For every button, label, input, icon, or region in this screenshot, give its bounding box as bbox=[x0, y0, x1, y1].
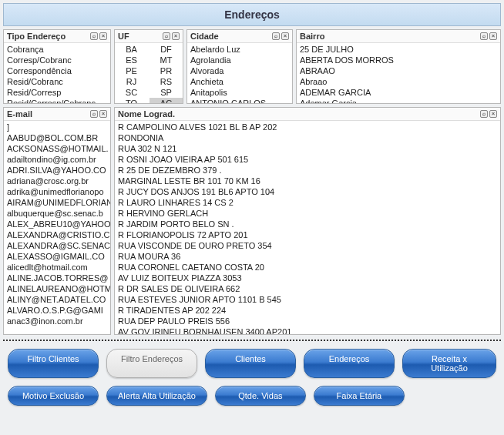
list-item[interactable]: ANTONIO CARLOS bbox=[187, 98, 292, 103]
list-item[interactable]: RUA VISCONDE DE OURO PRETO 354 bbox=[115, 240, 500, 251]
list-item[interactable]: R TIRADENTES AP 202 224 bbox=[115, 305, 500, 316]
list-item[interactable]: Corresp/Cobranc bbox=[4, 55, 110, 65]
list-item[interactable]: ALINY@NET.ADATEL.CO bbox=[4, 294, 110, 305]
tipo-endereco-list[interactable]: CobrançaCorresp/CobrancCorrespondênciaRe… bbox=[4, 43, 110, 103]
clientes-button[interactable]: Clientes bbox=[205, 349, 296, 378]
list-item[interactable]: Correspondência bbox=[4, 65, 110, 76]
list-item[interactable]: Anchieta bbox=[187, 76, 292, 87]
list-item[interactable]: R LAURO LINHARES 14 CS 2 bbox=[115, 197, 500, 208]
close-icon[interactable]: × bbox=[99, 32, 107, 40]
list-item[interactable]: PE bbox=[115, 65, 148, 76]
list-item[interactable]: ALINE.JACOB.TORRES@ bbox=[4, 273, 110, 283]
qtde-vidas-button[interactable]: Qtde. Vidas bbox=[215, 386, 306, 406]
list-item[interactable]: RJ bbox=[115, 76, 148, 87]
list-item[interactable]: Resid/Corresp bbox=[4, 87, 110, 98]
list-item[interactable]: BA bbox=[115, 44, 148, 55]
list-item[interactable]: Alvorada bbox=[187, 65, 292, 76]
list-item[interactable]: PR bbox=[150, 65, 183, 76]
faixa-et-ria-button[interactable]: Faixa Etária bbox=[314, 386, 405, 406]
list-item[interactable]: MARGINAL LESTE BR 101 70 KM 16 bbox=[115, 176, 500, 186]
list-item[interactable]: R HERVINO GERLACH bbox=[115, 208, 500, 219]
filtro-clientes-button[interactable]: Filtro Clientes bbox=[8, 349, 99, 378]
list-item[interactable]: R 25 DE DEZEMBRO 379 . bbox=[115, 165, 500, 176]
list-item[interactable]: AIRAM@UNIMEDFLORIAN bbox=[4, 197, 110, 208]
list-item[interactable]: ALEXANDRA@SC.SENAC bbox=[4, 240, 110, 251]
list-item[interactable]: ALINELAUREANO@HOTM bbox=[4, 283, 110, 294]
list-item[interactable]: AV LUIZ BOITEUX PIAZZA 3053 bbox=[115, 273, 500, 283]
close-icon[interactable]: × bbox=[281, 32, 289, 40]
panel-controls: ⌕ × bbox=[90, 110, 107, 118]
list-item[interactable]: RS bbox=[150, 76, 183, 87]
list-item[interactable]: adriana@crosc.org.br bbox=[4, 176, 110, 186]
list-item[interactable]: ALVARO.O.S.P.G@GAMI bbox=[4, 305, 110, 316]
list-item[interactable]: R JARDIM PORTO BELO SN . bbox=[115, 219, 500, 229]
close-icon[interactable]: × bbox=[172, 32, 180, 40]
filtro-endere-os-button[interactable]: Filtro Endereços bbox=[106, 349, 197, 378]
search-icon[interactable]: ⌕ bbox=[163, 32, 170, 40]
list-item[interactable]: ADEMAR GARCIA bbox=[297, 87, 500, 98]
list-item[interactable]: R JUCY DOS ANJOS 191 BL6 APTO 104 bbox=[115, 186, 500, 197]
bairro-list[interactable]: 25 DE JULHOABERTA DOS MORROSABRAAOAbraao… bbox=[297, 43, 500, 103]
list-item[interactable]: alicedlt@hotmail.com bbox=[4, 262, 110, 273]
list-item[interactable]: RUA DEP PAULO PREIS 556 bbox=[115, 316, 500, 326]
list-item[interactable]: ADRI.SILVA@YAHOO.CO bbox=[4, 165, 110, 176]
email-title: E-mail bbox=[7, 109, 32, 119]
list-item[interactable]: Resid/Cobranc bbox=[4, 76, 110, 87]
list-item[interactable]: SP bbox=[150, 87, 183, 98]
list-item[interactable]: Anitapolis bbox=[187, 87, 292, 98]
list-item[interactable]: Cobrança bbox=[4, 44, 110, 55]
list-item[interactable]: TO bbox=[115, 98, 148, 103]
list-item[interactable]: AC bbox=[150, 98, 183, 103]
list-item[interactable]: albuquerque@sc.senac.b bbox=[4, 208, 110, 219]
list-item[interactable]: ALEXASSO@IGMAIL.CO bbox=[4, 251, 110, 262]
list-item[interactable]: DF bbox=[150, 44, 183, 55]
list-item[interactable]: R DR SALES DE OLIVEIRA 662 bbox=[115, 283, 500, 294]
receita-x-utiliza-o-button[interactable]: Receita x Utilização bbox=[402, 349, 496, 378]
list-item[interactable]: ABERTA DOS MORROS bbox=[297, 55, 500, 65]
list-item[interactable]: ES bbox=[115, 55, 148, 65]
cidade-list[interactable]: Abelardo LuzAgrolandiaAlvoradaAnchietaAn… bbox=[187, 43, 292, 103]
list-item[interactable]: RUA ESTEVES JUNIOR APTO 1101 B 545 bbox=[115, 294, 500, 305]
search-icon[interactable]: ⌕ bbox=[480, 32, 488, 40]
logradouro-list[interactable]: R CAMPOLINO ALVES 1021 BL B AP 202RONDON… bbox=[115, 121, 500, 334]
list-item[interactable]: ALEX_ABREU10@YAHOO bbox=[4, 219, 110, 229]
close-icon[interactable]: × bbox=[489, 32, 497, 40]
search-icon[interactable]: ⌕ bbox=[90, 32, 98, 40]
list-item[interactable]: AV GOV IRINEU BORNHAUSEN 3400 AP201 bbox=[115, 326, 500, 334]
list-item[interactable]: R OSNI JOAO VIEIRA AP 501 615 bbox=[115, 154, 500, 165]
list-item[interactable]: ABRAAO bbox=[297, 65, 500, 76]
list-item[interactable]: SC bbox=[115, 87, 148, 98]
list-item[interactable]: Agrolandia bbox=[187, 55, 292, 65]
list-item[interactable]: MT bbox=[150, 55, 183, 65]
list-item[interactable]: RUA CORONEL CAETANO COSTA 20 bbox=[115, 262, 500, 273]
filters-row-1: Tipo Endereço ⌕ × CobrançaCorresp/Cobran… bbox=[3, 29, 501, 104]
list-item[interactable]: RUA MOURA 36 bbox=[115, 251, 500, 262]
list-item[interactable]: 25 DE JULHO bbox=[297, 44, 500, 55]
close-icon[interactable]: × bbox=[99, 110, 107, 118]
list-item[interactable]: R FLORIANOPOLIS 72 APTO 201 bbox=[115, 229, 500, 240]
list-item[interactable]: adailtondino@ig.com.br bbox=[4, 154, 110, 165]
list-item[interactable]: Abraao bbox=[297, 76, 500, 87]
cidade-panel: Cidade ⌕ × Abelardo LuzAgrolandiaAlvorad… bbox=[186, 29, 293, 104]
uf-list[interactable]: BAESPERJSCTOALAP DFMTPRRSSPACAMCE bbox=[115, 43, 183, 103]
motivo-exclus-o-button[interactable]: Motivo Exclusão bbox=[8, 386, 99, 406]
list-item[interactable]: AABUD@BOL.COM.BR bbox=[4, 132, 110, 143]
list-item[interactable]: R CAMPOLINO ALVES 1021 BL B AP 202 bbox=[115, 122, 500, 132]
list-item[interactable]: anac3@inon.com.br bbox=[4, 316, 110, 326]
list-item[interactable]: Abelardo Luz bbox=[187, 44, 292, 55]
close-icon[interactable]: × bbox=[489, 110, 497, 118]
list-item[interactable]: ] bbox=[4, 122, 110, 132]
search-icon[interactable]: ⌕ bbox=[90, 110, 98, 118]
search-icon[interactable]: ⌕ bbox=[480, 110, 488, 118]
list-item[interactable]: ACKSONASS@HOTMAIL. bbox=[4, 143, 110, 154]
alerta-alta-utiliza-o-button[interactable]: Alerta Alta Utilização bbox=[106, 386, 207, 406]
email-list[interactable]: ]AABUD@BOL.COM.BRACKSONASS@HOTMAIL.adail… bbox=[4, 121, 110, 334]
list-item[interactable]: adrika@unimedflorianopo bbox=[4, 186, 110, 197]
list-item[interactable]: RUA 302 N 121 bbox=[115, 143, 500, 154]
endere-os-button[interactable]: Endereços bbox=[304, 349, 395, 378]
list-item[interactable]: ALEXANDRA@CRISTIO.C bbox=[4, 229, 110, 240]
list-item[interactable]: Ademar Garcia bbox=[297, 98, 500, 103]
list-item[interactable]: Resid/Corresp/Cobranc bbox=[4, 98, 110, 103]
search-icon[interactable]: ⌕ bbox=[272, 32, 280, 40]
list-item[interactable]: RONDONIA bbox=[115, 132, 500, 143]
